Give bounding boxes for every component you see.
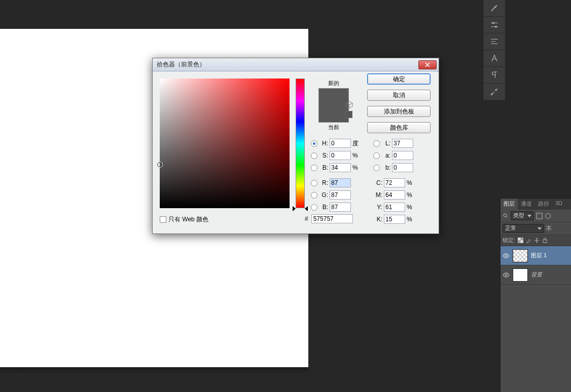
- filter-pixel-icon[interactable]: [536, 213, 543, 219]
- k-label: K:: [373, 216, 382, 223]
- align-icon[interactable]: [483, 33, 505, 50]
- a-input[interactable]: [392, 151, 413, 160]
- color-picker-dialog: 拾色器（前景色） 新的 当前 确定 取消 添加到色板 颜色库: [152, 58, 439, 234]
- k-unit: %: [407, 216, 414, 223]
- visibility-icon[interactable]: [503, 252, 510, 259]
- color-field[interactable]: [160, 79, 290, 208]
- opacity-label: 不: [546, 225, 552, 232]
- svg-rect-8: [521, 241, 524, 244]
- dialog-titlebar[interactable]: 拾色器（前景色）: [153, 58, 439, 71]
- a-radio[interactable]: [373, 152, 380, 159]
- close-button[interactable]: [418, 60, 437, 69]
- s-input[interactable]: [330, 151, 351, 160]
- lock-all-icon[interactable]: [542, 238, 548, 243]
- l-label: L:: [381, 140, 390, 147]
- bright-input[interactable]: [330, 163, 351, 172]
- g-radio[interactable]: [311, 192, 317, 199]
- layer-thumbnail[interactable]: [513, 249, 528, 262]
- sliders-icon[interactable]: [483, 17, 505, 33]
- layer-name[interactable]: 背景: [531, 271, 542, 279]
- svg-rect-4: [537, 213, 542, 219]
- search-icon: [503, 213, 509, 219]
- layer-name[interactable]: 图层 1: [531, 252, 547, 259]
- gamut-warning-icon[interactable]: [345, 101, 353, 109]
- r-radio[interactable]: [311, 180, 317, 186]
- svg-rect-7: [518, 238, 521, 241]
- hex-row: #: [305, 214, 353, 223]
- hex-input[interactable]: [311, 214, 353, 223]
- svg-point-3: [504, 214, 507, 217]
- filter-adjust-icon[interactable]: [545, 213, 551, 219]
- bright-unit: %: [352, 164, 360, 171]
- layer-item[interactable]: 图层 1: [501, 246, 571, 265]
- s-radio[interactable]: [311, 152, 317, 159]
- g-label: G:: [319, 191, 328, 199]
- y-label: Y:: [373, 204, 382, 211]
- k-input[interactable]: [384, 215, 405, 224]
- h-input[interactable]: [330, 139, 351, 148]
- cancel-button[interactable]: 取消: [367, 90, 431, 101]
- right-toolbar: [483, 0, 505, 100]
- type-filter-row: 类型: [501, 210, 571, 222]
- paragraph-icon[interactable]: [483, 67, 505, 84]
- h-label: H:: [319, 140, 328, 147]
- y-unit: %: [407, 204, 414, 211]
- tab-layers[interactable]: 图层: [501, 199, 518, 210]
- r-input[interactable]: [330, 178, 351, 187]
- lock-transparency-icon[interactable]: [518, 238, 523, 243]
- websafe-swatch[interactable]: [345, 111, 352, 118]
- color-field-marker[interactable]: [157, 162, 163, 168]
- blue-radio[interactable]: [311, 204, 317, 211]
- c-label: C:: [373, 179, 382, 186]
- tab-3d[interactable]: 3D: [552, 199, 565, 210]
- bsmall-radio[interactable]: [373, 165, 380, 171]
- new-color-label: 新的: [311, 80, 356, 87]
- hue-radio[interactable]: [311, 140, 317, 147]
- current-color-label: 当前: [311, 124, 356, 131]
- ok-button[interactable]: 确定: [367, 73, 431, 85]
- h-unit: 度: [352, 139, 360, 148]
- svg-rect-9: [543, 240, 547, 243]
- blend-mode[interactable]: 正常: [503, 224, 544, 233]
- svg-point-5: [546, 213, 551, 218]
- r-label: R:: [319, 179, 328, 186]
- g-input[interactable]: [330, 190, 351, 200]
- color-swatch[interactable]: [318, 88, 349, 123]
- bright-label: B:: [319, 164, 328, 171]
- type-filter[interactable]: 类型: [511, 211, 534, 220]
- dialog-title: 拾色器（前景色）: [157, 60, 205, 69]
- layer-list: 图层 1 背景: [501, 246, 571, 285]
- web-only-row: 只有 Web 颜色: [160, 215, 208, 224]
- bsmall-label: b:: [381, 164, 390, 171]
- lock-paint-icon[interactable]: [526, 238, 531, 243]
- bsmall-input[interactable]: [392, 163, 413, 172]
- brush-panel-icon[interactable]: [483, 0, 505, 17]
- l-radio[interactable]: [373, 140, 380, 147]
- y-input[interactable]: [384, 203, 405, 212]
- dialog-buttons: 确定 取消 添加到色板 颜色库: [367, 73, 431, 133]
- add-swatch-button[interactable]: 添加到色板: [367, 106, 431, 117]
- tab-channels[interactable]: 通道: [518, 199, 535, 210]
- c-unit: %: [407, 179, 414, 186]
- l-input[interactable]: [392, 139, 413, 148]
- blue-input[interactable]: [330, 203, 351, 212]
- blue-label: B:: [319, 204, 328, 211]
- tools-icon[interactable]: [483, 84, 505, 100]
- c-input[interactable]: [384, 178, 405, 187]
- color-libraries-button[interactable]: 颜色库: [367, 122, 431, 133]
- tab-paths[interactable]: 路径: [535, 199, 552, 210]
- web-only-label: 只有 Web 颜色: [168, 215, 208, 224]
- web-only-checkbox[interactable]: [160, 216, 166, 223]
- m-input[interactable]: [384, 190, 405, 200]
- bright-radio[interactable]: [311, 165, 317, 171]
- lock-move-icon[interactable]: [534, 238, 540, 243]
- panel-tabs: 图层 通道 路径 3D: [501, 199, 571, 210]
- hue-strip[interactable]: [296, 79, 305, 208]
- type-a-icon[interactable]: [483, 50, 505, 67]
- s-unit: %: [352, 152, 360, 159]
- hex-label: #: [305, 215, 308, 222]
- layer-item[interactable]: 背景: [501, 265, 571, 285]
- svg-point-10: [505, 255, 507, 257]
- layer-thumbnail[interactable]: [513, 268, 528, 282]
- visibility-icon[interactable]: [503, 271, 510, 279]
